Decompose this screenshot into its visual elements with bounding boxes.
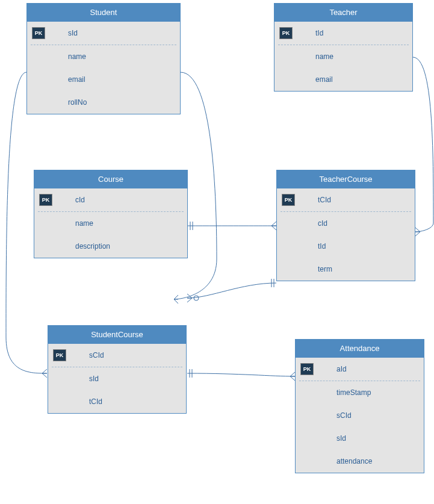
- attr-row: name: [274, 45, 412, 68]
- attr-row: tId: [277, 235, 415, 258]
- attr-row: sId: [48, 367, 186, 390]
- attr-row: sId: [296, 427, 424, 450]
- attr-label: aId: [336, 365, 347, 373]
- attr-label: sId: [68, 29, 78, 37]
- attr-label: sCId: [89, 351, 104, 359]
- entity-student[interactable]: Student PK sId name email rollNo: [26, 3, 181, 114]
- entity-course[interactable]: Course PK cId name description: [34, 170, 188, 258]
- attr-row: email: [274, 68, 412, 91]
- pk-badge: PK: [279, 27, 293, 39]
- attr-row: PK sCId: [48, 344, 186, 367]
- attr-label: description: [75, 242, 110, 250]
- pk-badge: PK: [53, 349, 66, 361]
- attr-label: name: [75, 219, 93, 228]
- attr-label: attendance: [336, 457, 372, 465]
- attr-row: timeStamp: [296, 381, 424, 404]
- attr-row: PK sId: [27, 22, 180, 45]
- attr-label: tCId: [89, 397, 102, 406]
- entity-teachercourse[interactable]: TeacherCourse PK tCId cId tId term: [276, 170, 415, 281]
- entity-teachercourse-title: TeacherCourse: [277, 170, 415, 188]
- attr-label: tId: [315, 29, 323, 37]
- attr-row: PK tId: [274, 22, 412, 45]
- pk-badge: PK: [282, 194, 295, 206]
- entity-attendance-title: Attendance: [296, 340, 424, 358]
- entity-student-title: Student: [27, 4, 180, 22]
- attr-label: tCId: [318, 196, 331, 204]
- pk-badge: PK: [300, 363, 314, 375]
- attr-label: name: [68, 52, 86, 61]
- entity-teacher-title: Teacher: [274, 4, 412, 22]
- pk-badge: PK: [39, 194, 52, 206]
- attr-label: sCId: [336, 411, 352, 420]
- attr-label: cId: [318, 219, 327, 228]
- er-diagram-canvas: Student PK sId name email rollNo Teacher…: [0, 0, 434, 504]
- attr-label: rollNo: [68, 98, 87, 107]
- attr-row: attendance: [296, 450, 424, 473]
- attr-row: tCId: [48, 390, 186, 413]
- attr-row: description: [34, 235, 187, 258]
- attr-label: sId: [336, 434, 346, 443]
- attr-row: PK aId: [296, 358, 424, 381]
- attr-label: term: [318, 265, 332, 273]
- attr-row: name: [27, 45, 180, 68]
- attr-row: PK tCId: [277, 188, 415, 211]
- attr-row: name: [34, 212, 187, 235]
- attr-row: email: [27, 68, 180, 91]
- entity-teacher[interactable]: Teacher PK tId name email: [274, 3, 413, 92]
- attr-label: timeStamp: [336, 388, 371, 397]
- attr-label: email: [315, 75, 333, 84]
- entity-course-title: Course: [34, 170, 187, 188]
- attr-label: sId: [89, 375, 99, 383]
- attr-label: tId: [318, 242, 326, 250]
- entity-studentcourse-title: StudentCourse: [48, 326, 186, 344]
- attr-label: cId: [75, 196, 85, 204]
- attr-label: name: [315, 52, 333, 61]
- attr-label: email: [68, 75, 85, 84]
- attr-row: sCId: [296, 404, 424, 427]
- attr-row: term: [277, 258, 415, 281]
- entity-attendance[interactable]: Attendance PK aId timeStamp sCId sId att…: [295, 339, 424, 473]
- svg-point-0: [194, 296, 199, 300]
- entity-studentcourse[interactable]: StudentCourse PK sCId sId tCId: [48, 325, 187, 414]
- attr-row: cId: [277, 212, 415, 235]
- attr-row: rollNo: [27, 91, 180, 114]
- pk-badge: PK: [32, 27, 45, 39]
- attr-row: PK cId: [34, 188, 187, 211]
